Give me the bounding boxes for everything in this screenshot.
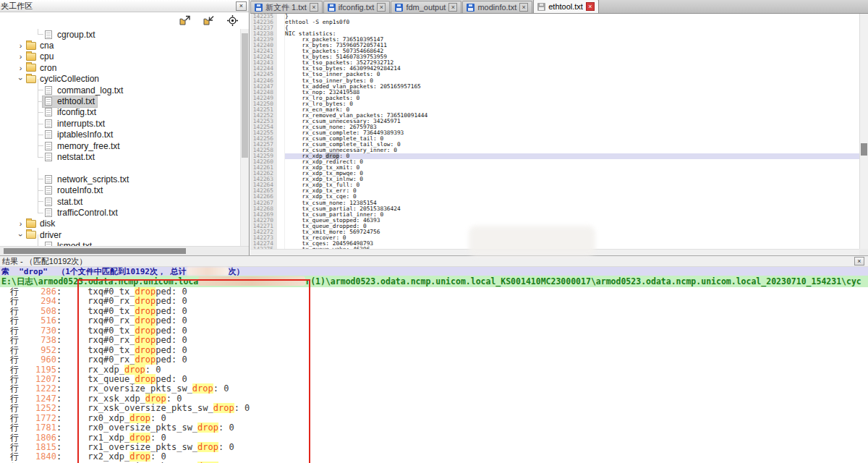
tree-item[interactable]: stat.txt xyxy=(0,196,240,207)
tab-label: ethtool.txt xyxy=(548,2,583,11)
code-text: tx_queue_stopped: 46393 xyxy=(285,218,859,224)
bookmark-margin xyxy=(277,124,285,130)
row-colon: : xyxy=(56,443,61,452)
expand-all-icon[interactable] xyxy=(179,15,191,27)
editor-line: 142236 ethtool -S enp1s0f0 xyxy=(250,20,859,25)
tree-item[interactable]: cyclicCollection xyxy=(0,74,240,85)
collapse-all-icon[interactable] xyxy=(203,15,215,27)
bookmark-margin xyxy=(277,25,285,31)
editor-tab[interactable]: ethtool.txt × xyxy=(533,0,599,13)
row-colon: : xyxy=(56,404,61,413)
tree-item[interactable]: routeInfo.txt xyxy=(0,184,240,195)
tab-label: modinfo.txt xyxy=(477,3,516,12)
tree-chevron-icon[interactable] xyxy=(16,74,25,85)
results-close-icon[interactable]: × xyxy=(854,257,864,266)
tree-chevron-icon[interactable] xyxy=(16,51,25,62)
tree-item[interactable]: disk xyxy=(0,218,240,229)
tab-close-icon[interactable]: × xyxy=(377,3,386,12)
tree-item[interactable] xyxy=(0,163,240,174)
code-text: { xyxy=(285,25,859,31)
row-line-prefix: 行 xyxy=(0,316,19,326)
tree-item-label: routeInfo.txt xyxy=(57,185,103,195)
tree-item-label: stat.txt xyxy=(57,197,82,207)
tree-chevron-icon[interactable] xyxy=(33,29,43,40)
locate-current-file-icon[interactable] xyxy=(226,15,239,27)
tree-vertical-scrollbar[interactable] xyxy=(240,29,249,246)
tree-chevron-icon[interactable] xyxy=(33,151,43,162)
tree-item-icon xyxy=(45,208,52,217)
tree-horizontal-scrollbar[interactable] xyxy=(0,246,249,255)
row-colon: : xyxy=(56,394,61,404)
bookmark-margin xyxy=(277,90,285,95)
editor-tab[interactable]: fdm_output × xyxy=(391,1,461,13)
bookmark-margin xyxy=(277,235,285,241)
bookmark-margin xyxy=(277,20,285,25)
row-line-prefix: 行 xyxy=(0,404,19,413)
row-colon: : xyxy=(56,307,61,316)
tree-vscroll-thumb[interactable] xyxy=(242,33,248,158)
bookmark-margin xyxy=(277,188,285,194)
tree-item[interactable]: cna xyxy=(0,40,240,51)
row-line-prefix: 行 xyxy=(0,355,19,365)
editor-vscroll-thumb[interactable] xyxy=(861,143,867,156)
tree-item-icon xyxy=(45,186,52,195)
tree-item[interactable]: iptablesInfo.txt xyxy=(0,129,240,140)
bookmark-margin xyxy=(277,241,285,247)
editor-tab[interactable]: modinfo.txt × xyxy=(462,1,532,13)
tree-item[interactable]: ethtool.txt xyxy=(0,95,240,106)
row-line-prefix: 行 xyxy=(0,452,19,462)
tree-item[interactable]: cron xyxy=(0,62,240,73)
bookmark-margin xyxy=(277,224,285,229)
tree-item[interactable]: netstat.txt xyxy=(0,151,240,162)
bookmark-margin xyxy=(277,43,285,48)
tree-item-icon xyxy=(26,53,36,61)
bookmark-margin xyxy=(277,84,285,90)
tree-item[interactable]: ifconfig.txt xyxy=(0,107,240,118)
tree-item-label: command_log.txt xyxy=(57,85,123,95)
editor-tab[interactable]: ifconfig.txt × xyxy=(323,1,391,13)
tree-chevron-icon[interactable] xyxy=(16,218,25,229)
row-line-number: 960 xyxy=(19,355,56,365)
tree-item-icon xyxy=(45,197,52,206)
tree-item[interactable]: network_scripts.txt xyxy=(0,174,240,184)
tab-close-icon[interactable]: × xyxy=(586,2,595,11)
row-colon: : xyxy=(56,355,61,365)
tree-chevron-icon[interactable] xyxy=(33,240,43,246)
tree-item-body: disk xyxy=(25,218,57,229)
workspace-close-icon[interactable]: × xyxy=(236,1,247,11)
tree-item-label: cyclicCollection xyxy=(40,74,99,84)
row-line-number: 286 xyxy=(19,287,56,297)
tab-close-icon[interactable]: × xyxy=(310,3,318,12)
tree-item[interactable]: driver xyxy=(0,229,240,240)
tab-bar: 新文件 1.txt × ifconfig.txt × fdm_output × xyxy=(250,0,868,14)
tree-chevron-icon[interactable] xyxy=(16,40,25,51)
tree-item[interactable]: trafficControl.txt xyxy=(0,207,240,218)
row-line-number: 1207 xyxy=(19,375,56,384)
tree-item-icon xyxy=(45,86,52,95)
bookmark-margin xyxy=(277,218,285,224)
tree-item-icon xyxy=(26,231,36,239)
tree-item[interactable]: memory_free.txt xyxy=(0,140,240,151)
row-line-prefix: 行 xyxy=(0,365,19,375)
tab-close-icon[interactable]: × xyxy=(448,3,457,12)
results-search-line[interactable]: 索 "drop" （1个文件中匹配到10192次， 总计次） xyxy=(0,267,868,276)
workspace-title: 夹工作区 xyxy=(1,1,33,12)
tree-item[interactable]: cpu xyxy=(0,51,240,62)
row-line-number: 1247 xyxy=(19,394,56,404)
tree-item[interactable]: cgroup.txt xyxy=(0,29,240,40)
tree-chevron-icon[interactable] xyxy=(16,62,25,73)
tree-item[interactable]: lsmod.txt xyxy=(0,240,240,246)
tree-item[interactable]: command_log.txt xyxy=(0,85,240,95)
tree-chevron-icon[interactable] xyxy=(33,207,43,218)
tree-chevron-icon[interactable] xyxy=(16,229,25,240)
editor-vertical-scrollbar[interactable] xyxy=(859,14,868,249)
code-text: rx_xdp_tx_full: 0 xyxy=(285,182,859,188)
tree-hscroll-thumb[interactable] xyxy=(4,248,186,254)
bookmark-margin xyxy=(277,200,285,206)
bookmark-margin xyxy=(277,153,285,159)
editor-tab[interactable]: 新文件 1.txt × xyxy=(250,1,323,13)
editor-pane: 新文件 1.txt × ifconfig.txt × fdm_output × xyxy=(250,0,868,255)
editor-code-area[interactable]: 142235 } 142236 ethtool -S enp1s0f0 1422… xyxy=(250,14,859,249)
tree-item[interactable]: interrupts.txt xyxy=(0,118,240,129)
tab-close-icon[interactable]: × xyxy=(519,3,528,12)
